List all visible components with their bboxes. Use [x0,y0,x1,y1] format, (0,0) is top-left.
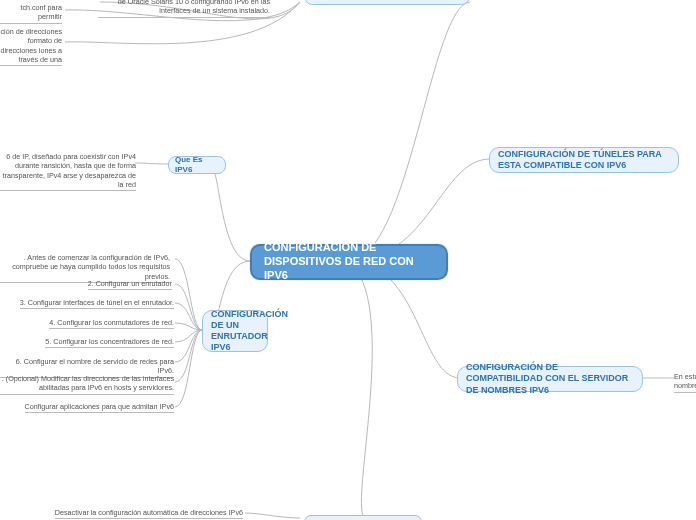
leaf-r7-text: . (Opcional) Modificar las direcciones d… [0,374,174,395]
branch-enrutador[interactable]: CONFIGURACIÓN DE UN ENRUTADOR IPV6 [202,310,268,352]
leaf-r7: . (Opcional) Modificar las direcciones d… [0,374,174,395]
leaf-r4-text: 4. Configurar los conmutadores de red. [49,318,174,329]
leaf-que-es-desc-text: 6 de IP, diseñado para coexistir con IPv… [0,152,136,191]
branch-top-right[interactable] [304,0,470,5]
leaf-compat-right-text: En esta nombre [674,372,696,393]
branch-enrutador-label: CONFIGURACIÓN DE UN ENRUTADOR IPV6 [211,309,288,354]
center-title: CONFIGURACIÓN DE DISPOSITIVOS DE RED CON… [264,241,434,282]
leaf-top-c: ción de direcciones formato de direccion… [0,27,62,66]
branch-compat[interactable]: CONFIGURACIÓN DE COMPATIBILIDAD CON EL S… [457,366,643,392]
leaf-r2-text: 2. Configurar un enrutador [88,279,172,290]
branch-tuneles[interactable]: CONFIGURACIÓN DE TÚNELES PARA ESTA COMPA… [489,147,679,173]
leaf-top-b: tch.conf para permitir [0,3,62,24]
leaf-top-b-text: tch.conf para permitir [0,3,62,24]
leaf-top-c-text: ción de direcciones formato de direccion… [0,27,62,66]
leaf-r8: Configurar aplicaciones para que admitan… [0,402,174,413]
leaf-r4: 4. Configurar los conmutadores de red. [0,318,174,329]
leaf-top-a-text: de Oracle Solaris 10 o configurando IPv6… [98,0,270,18]
branch-tuneles-label: CONFIGURACIÓN DE TÚNELES PARA ESTA COMPA… [498,149,670,172]
center-topic[interactable]: CONFIGURACIÓN DE DISPOSITIVOS DE RED CON… [250,244,448,280]
branch-compat-label: CONFIGURACIÓN DE COMPATIBILIDAD CON EL S… [466,362,634,396]
leaf-compat-right: En esta nombre [674,372,696,393]
leaf-r3-text: 3. Configurar interfaces de túnel en el … [20,298,174,309]
leaf-bottom: Desactivar la configuración automática d… [48,508,243,519]
branch-que-es[interactable]: Que Es IPV6 [168,156,226,174]
leaf-r3: 3. Configurar interfaces de túnel en el … [0,298,174,309]
leaf-que-es-desc: 6 de IP, diseñado para coexistir con IPv… [0,152,136,191]
branch-bottom[interactable] [304,515,422,520]
leaf-r8-text: Configurar aplicaciones para que admitan… [25,402,174,413]
leaf-top-a: de Oracle Solaris 10 o configurando IPv6… [98,0,270,18]
branch-que-es-label: Que Es IPV6 [175,155,219,175]
leaf-bottom-text: Desactivar la configuración automática d… [55,508,243,519]
leaf-r5: 5. Configurar los concentradores de red. [0,337,174,348]
leaf-r2: 2. Configurar un enrutador [0,279,172,290]
leaf-r5-text: 5. Configurar los concentradores de red. [45,337,174,348]
